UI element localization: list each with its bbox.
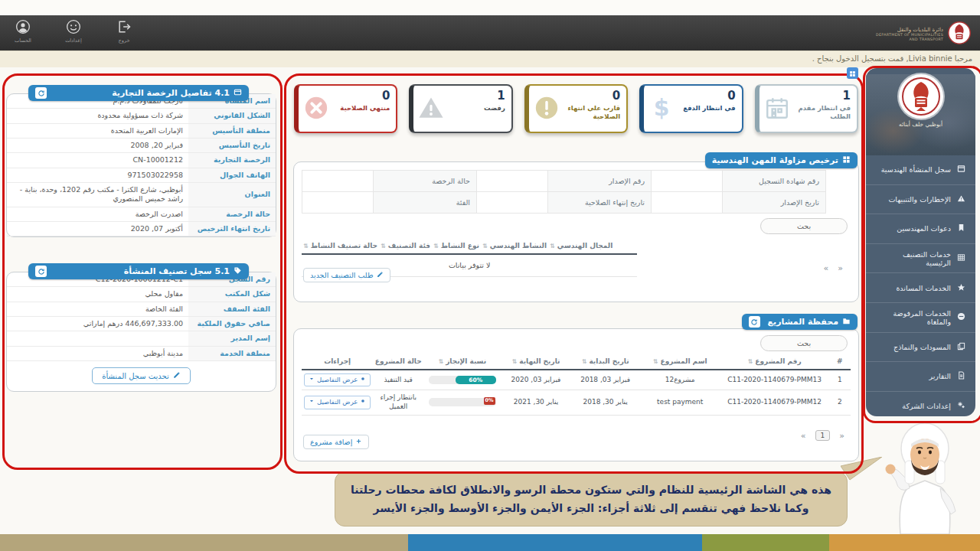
sidebar-item-support[interactable]: الخدمات المساندة (866, 273, 975, 303)
detail-label: إسم المدير (188, 331, 276, 346)
status-card-awaiting-payment[interactable]: 0في انتظار الدفع$ (639, 84, 743, 133)
logout-button[interactable]: خروج (107, 19, 141, 44)
detail-label: العنوان (188, 183, 276, 207)
footer-strip-blue (408, 534, 702, 551)
projects-next-page[interactable]: » (839, 431, 844, 441)
classification-icon (957, 253, 965, 263)
update-establishment-record-button[interactable]: تحديث سجل المنشأة (92, 367, 191, 384)
detail-value: فبراير 20, 2008 (7, 139, 188, 153)
sidebar-item-registry[interactable]: سجل المنشأة الهندسية (866, 155, 975, 185)
filter-label: حالة الرخصة (374, 171, 477, 192)
filter-value-registration-no (652, 171, 723, 192)
detail-value: شركة ذات مسؤولية محدودة (7, 109, 188, 123)
dmt-logo: دائرة البلديات والنقل DEPARTMENT OF MUNI… (876, 21, 971, 47)
column-header[interactable]: اسم المشروع⇅ (640, 354, 720, 370)
sidebar-item-settings[interactable]: إعدادات الشركة (866, 392, 975, 416)
progress-bar: 0% (429, 398, 496, 406)
column-header[interactable]: حالة تصنيف النشاط⇅ (302, 239, 379, 254)
detail-label: الرخصة التجارية (188, 153, 276, 168)
sidebar-item-classification[interactable]: خدمات التصنيف الرئيسية (866, 244, 975, 274)
view-details-button[interactable]: عرض التفاصيل (304, 373, 371, 386)
project-number: C11-2020-1140679-PMM13 (720, 370, 828, 390)
view-details-button[interactable]: عرض التفاصيل (304, 396, 371, 409)
detail-label: شكل المكتب (188, 287, 276, 302)
footer-strip-olive (702, 534, 829, 551)
status-card-label: في انتظار مقدم الطلب (790, 104, 851, 121)
drafts-icon (957, 342, 965, 352)
projects-page-1[interactable]: 1 (815, 430, 831, 441)
sidebar-item-rejected[interactable]: الخدمات المرفوضة والملغاة (866, 303, 975, 333)
status-card-awaiting-applicant[interactable]: 1في انتظار مقدم الطلب (755, 84, 858, 133)
status-card-rejected[interactable]: 1رفضت (409, 84, 512, 133)
add-project-button[interactable]: إضافة مشروع (303, 435, 369, 449)
detail-row: شكل المكتبمقاول محلي (7, 287, 276, 302)
detail-value: مقاول محلي (7, 287, 188, 302)
column-header[interactable]: نوع النشاط⇅ (432, 239, 481, 254)
detail-label: تاريخ انتهاء الترخيص (188, 222, 276, 236)
project-number: C11-2020-1140679-PMM12 (720, 390, 828, 415)
logout-icon (116, 23, 132, 37)
status-card-near-expiry[interactable]: 0قارب علي انتهاء الصلاحية (524, 84, 628, 133)
licensing-next-page[interactable]: » (838, 263, 843, 273)
sidebar-item-drafts[interactable]: المسودات والنماذج (866, 333, 975, 363)
column-header[interactable]: النشاط الهندسي⇅ (481, 239, 548, 254)
sidebar-item-reports[interactable]: التقارير (866, 362, 975, 392)
project-progress: 0% (423, 390, 501, 415)
detail-value: أكتوبر 07, 2020 (7, 222, 188, 236)
project-status: بانتظار إجراء العميل (373, 390, 423, 415)
sidebar-item-label: خدمات التصنيف الرئيسية (876, 250, 951, 267)
projects-search-button[interactable]: بحث (760, 335, 848, 351)
filter-value-issue-date (652, 192, 723, 214)
caret-down-icon (309, 398, 315, 406)
project-end-date: فبراير 03, 2020 (501, 370, 571, 390)
panel-menu-button[interactable] (847, 67, 858, 79)
settings-button[interactable]: إعدادات (57, 19, 90, 44)
filter-value-category (302, 192, 374, 214)
new-classification-request-button[interactable]: طلب التصنيف الجديد (303, 268, 390, 282)
sidebar-header: أبوظبي خلف أبنائه (866, 74, 975, 155)
column-header[interactable]: رقم المشروع⇅ (720, 354, 828, 370)
licensing-search-button[interactable]: بحث (760, 218, 848, 234)
detail-row: تاريخ التأسيسفبراير 20, 2008 (7, 139, 276, 153)
sidebar-item-label: الإخطارات والتنبيهات (888, 195, 951, 204)
projects-prev-page[interactable]: « (801, 431, 806, 441)
filter-label: تاريخ إنتهاء الصلاحية (548, 192, 652, 214)
top-white-strip (0, 0, 980, 15)
pencil-icon (173, 371, 181, 380)
calendar-icon (764, 95, 790, 124)
sidebar-item-invitations[interactable]: دعوات المهندسين (866, 214, 975, 244)
classification-record-panel: رقم السجلC12-2020-10001212-C1شكل المكتبم… (6, 272, 276, 392)
status-card-count: 1 (497, 90, 505, 103)
column-header[interactable]: تاريخ البداية⇅ (570, 354, 640, 370)
project-progress: 60% (423, 370, 501, 390)
footer-strip-orange (829, 534, 980, 551)
detail-row: الشكل القانونيشركة ذات مسؤولية محدودة (7, 109, 276, 123)
sidebar-item-label: إعدادات الشركة (902, 402, 951, 410)
column-header[interactable]: فئة التصنيف⇅ (379, 239, 432, 254)
licensing-prev-page[interactable]: « (824, 263, 829, 273)
alerts-icon (957, 194, 965, 204)
detail-row: منطقة الخدمةمدينة أبوظبي (7, 346, 276, 360)
sidebar-item-label: المسودات والنماذج (893, 343, 951, 351)
sidebar-item-label: التقارير (929, 372, 951, 380)
licensing-filters: رقم شهادة التسجيل رقم الإصدار حالة الرخص… (302, 170, 826, 214)
detail-value: 446,697,333.00 درهم إماراتي (7, 317, 188, 331)
licensing-pagination: « » (824, 263, 843, 273)
status-card-expired[interactable]: 0منتهي الصلاحية (294, 84, 397, 133)
license-details-refresh-icon[interactable] (35, 87, 47, 99)
column-header[interactable]: المجال الهندسي⇅ (548, 239, 614, 254)
column-header[interactable]: نسبة الإنجاز⇅ (423, 354, 501, 370)
classification-record-header: 5.1 سجل تصنيف المنشأة (28, 263, 249, 279)
progress-fill: 60% (456, 376, 496, 384)
classification-refresh-icon[interactable] (35, 266, 47, 277)
classification-record-title: 5.1 سجل تصنيف المنشأة (124, 266, 230, 276)
filter-label: رقم شهادة التسجيل (723, 171, 826, 192)
projects-refresh-icon[interactable] (749, 316, 760, 328)
detail-row: صافي حقوق الملكية446,697,333.00 درهم إما… (7, 317, 276, 331)
detail-value: الإمارات العربية المتحدة (7, 123, 188, 138)
detail-label: الهاتف الجوال (188, 168, 276, 182)
account-button[interactable]: الحساب (6, 19, 40, 44)
column-header[interactable]: تاريخ النهاية⇅ (501, 354, 571, 370)
sidebar-item-alerts[interactable]: الإخطارات والتنبيهات (866, 185, 975, 215)
assistant-text-line1: هذه هي الشاشة الرئيسية للنظام والتي ستكو… (351, 481, 831, 500)
